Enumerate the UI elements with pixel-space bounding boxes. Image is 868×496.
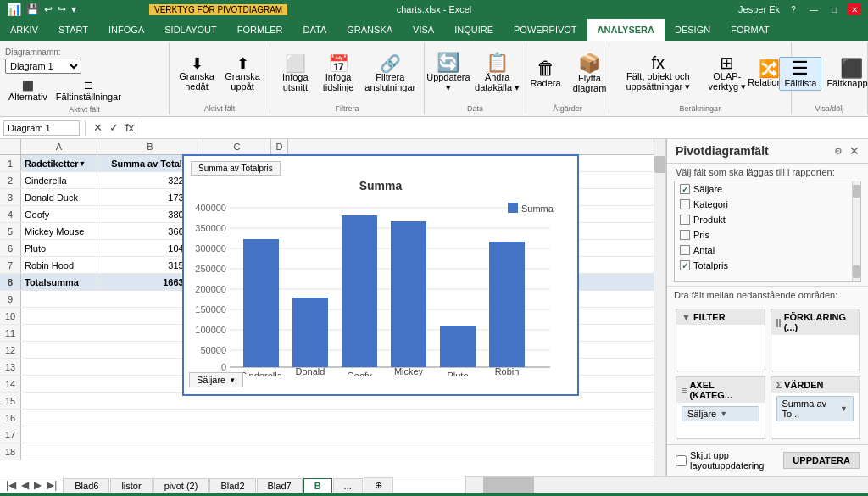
panel-gear-icon[interactable]: ⚙ [834, 146, 843, 157]
col-header-b[interactable]: B [97, 139, 203, 154]
formula-input[interactable] [147, 123, 865, 133]
drag-area-varden-content[interactable]: Summa av To... ▼ [771, 393, 860, 426]
tab-arkiv[interactable]: ARKIV [0, 19, 48, 41]
update-button[interactable]: UPPDATERA [783, 452, 860, 469]
tab-data[interactable]: DATA [293, 19, 337, 41]
tab-analysera[interactable]: ANALYSERA [587, 19, 665, 41]
faltlista-button[interactable]: ☰ Fältlista [779, 57, 821, 91]
horizontal-scrollbar[interactable] [465, 476, 868, 493]
faltinst-button[interactable]: ☰ Fältinställningar [53, 79, 125, 103]
cancel-icon[interactable]: ✕ [91, 121, 105, 134]
layout-update-checkbox[interactable] [676, 455, 687, 466]
sheet-tab-more[interactable]: ... [333, 478, 363, 493]
name-box[interactable] [3, 120, 80, 136]
tab-powerpivot[interactable]: POWERPIVOT [504, 19, 587, 41]
flytta-diagram-button[interactable]: 📦 Flytta diagram [569, 53, 611, 95]
filtrera-anslutningar-button[interactable]: 🔗 Filtrera anslutningar [362, 53, 419, 94]
cell-mickey-mouse[interactable]: Mickey Mouse [21, 223, 97, 239]
checkbox-totalpris[interactable] [680, 260, 690, 270]
drag-chip-totalpris[interactable]: Summa av To... ▼ [776, 396, 854, 421]
cell-donald-duck[interactable]: Donald Duck [21, 189, 97, 205]
cell-totalsumma[interactable]: Totalsumma [21, 274, 97, 290]
cell-cinderella[interactable]: Cinderella [21, 172, 97, 188]
col-header-a[interactable]: A [21, 139, 97, 154]
field-item-saljare[interactable]: Säljare [675, 181, 852, 197]
h-scroll-thumb[interactable] [483, 477, 534, 493]
maximize-button[interactable]: □ [827, 3, 841, 15]
tab-start[interactable]: START [48, 19, 98, 41]
granska-nedat-button[interactable]: ⬇ Granska nedåt [175, 54, 219, 93]
andra-datakalla-button[interactable]: 📋 Ändra datakälla ▾ [471, 52, 523, 95]
cell-row-headers[interactable]: Radetiketter ▼ [21, 155, 97, 171]
alternativ-button[interactable]: ⬛ Alternativ [5, 79, 51, 103]
sheet-tab-blad2[interactable]: Blad2 [209, 478, 255, 493]
chart-filter-tag[interactable]: Summa av Totalpris [191, 161, 281, 176]
sheet-nav-prev[interactable]: ◀ [19, 479, 31, 491]
cell-robin-hood[interactable]: Robin Hood [21, 257, 97, 273]
col-header-rest[interactable] [288, 139, 665, 154]
checkbox-produkt[interactable] [680, 215, 690, 225]
olap-verktyg-button[interactable]: ⊞ OLAP-verktyg ▾ [704, 53, 751, 94]
tab-granska[interactable]: GRANSKA [337, 19, 403, 41]
granska-uppat-button[interactable]: ⬆ Granska uppåt [220, 54, 264, 93]
chip-totalpris-arrow[interactable]: ▼ [840, 404, 848, 413]
slicer-arrow[interactable]: ▼ [229, 376, 236, 384]
drag-area-filter-content[interactable] [676, 325, 765, 332]
infoga-tidslinje-button[interactable]: 📅 Infoga tidslinje [317, 53, 360, 94]
tab-sidlayout[interactable]: SIDLAYOUT [154, 19, 227, 41]
infoga-utsnitt-button[interactable]: ⬜ Infoga utsnitt [275, 53, 315, 94]
field-item-produkt[interactable]: Produkt [675, 212, 852, 227]
field-item-antal[interactable]: Antal [675, 242, 852, 258]
tab-visa[interactable]: VISA [403, 19, 444, 41]
save-btn[interactable]: 💾 [26, 3, 39, 15]
scrollbar-thumb[interactable] [654, 156, 665, 173]
drag-area-forklaring-content[interactable] [771, 335, 860, 342]
cell-goofy[interactable]: Goofy [21, 206, 97, 222]
tab-format[interactable]: FORMAT [721, 19, 780, 41]
help-button[interactable]: ? [787, 3, 800, 15]
sheet-tab-listor[interactable]: listor [110, 478, 152, 493]
field-item-pris[interactable]: Pris [675, 227, 852, 242]
minimize-button[interactable]: — [807, 3, 821, 15]
faltknappar-button[interactable]: ⬛ Fältknappar [823, 58, 868, 90]
falt-objekt-button[interactable]: fx Fält, objekt och uppsättningar ▾ [615, 53, 702, 94]
sheet-nav-last[interactable]: ▶| [44, 479, 59, 491]
checkbox-pris[interactable] [680, 230, 690, 240]
field-item-kategori[interactable]: Kategori [675, 197, 852, 212]
col-header-c[interactable]: C [203, 139, 271, 154]
undo-btn[interactable]: ↩ [44, 3, 53, 15]
sheet-tab-blad6[interactable]: Blad6 [64, 478, 109, 493]
field-item-totalpris[interactable]: Totalpris [675, 258, 852, 273]
chart-slicer-tag[interactable]: Säljare ▼ [189, 372, 243, 387]
col-header-d[interactable]: D [271, 139, 288, 154]
checkbox-antal[interactable] [680, 245, 690, 255]
customize-btn[interactable]: ▾ [71, 3, 76, 15]
field-list-scrollbar-thumb-up[interactable] [853, 185, 860, 198]
chip-saljare-arrow[interactable]: ▼ [720, 410, 727, 418]
drag-area-axel-content[interactable]: Säljare ▼ [676, 403, 765, 426]
sheet-tab-b[interactable]: B [303, 478, 332, 493]
sheet-tab-blad7[interactable]: Blad7 [257, 478, 303, 493]
sheet-nav-next[interactable]: ▶ [31, 479, 44, 491]
close-button[interactable]: ✕ [848, 3, 861, 15]
chart-container[interactable]: Summa av Totalpris Summa 400000 350000 3… [182, 154, 579, 396]
confirm-icon[interactable]: ✓ [107, 121, 121, 134]
checkbox-kategori[interactable] [680, 199, 690, 209]
function-icon[interactable]: fx [123, 121, 136, 134]
tab-formler[interactable]: FORMLER [227, 19, 293, 41]
field-list-scrollbar[interactable] [852, 181, 860, 281]
checkbox-saljare[interactable] [680, 184, 690, 194]
tab-inquire[interactable]: INQUIRE [444, 19, 504, 41]
radera-button[interactable]: 🗑 Radera [525, 58, 567, 90]
tab-design[interactable]: DESIGN [665, 19, 721, 41]
sheet-tab-pivot2[interactable]: pivot (2) [153, 478, 209, 493]
vertical-scrollbar[interactable] [654, 139, 665, 476]
layout-update-checkbox-label[interactable]: Skjut upp layoutuppdatering [676, 450, 783, 471]
redo-btn[interactable]: ↪ [58, 3, 66, 15]
cell-pluto[interactable]: Pluto [21, 240, 97, 256]
drag-chip-saljare[interactable]: Säljare ▼ [682, 406, 760, 421]
field-list-scrollbar-thumb-down[interactable] [853, 265, 860, 278]
diagram-dropdown[interactable]: Diagram 1 [5, 59, 81, 74]
panel-close-button[interactable]: ✕ [849, 144, 860, 158]
sheet-nav-first[interactable]: |◀ [3, 479, 19, 491]
